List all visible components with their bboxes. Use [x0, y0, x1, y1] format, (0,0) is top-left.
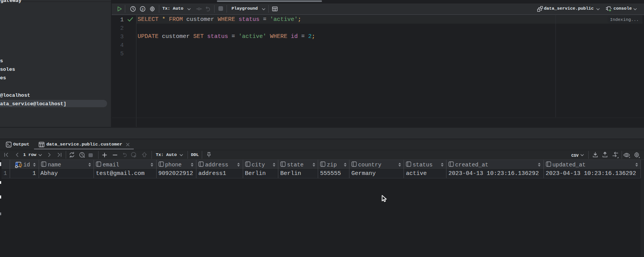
- svg-text:p: p: [141, 7, 143, 11]
